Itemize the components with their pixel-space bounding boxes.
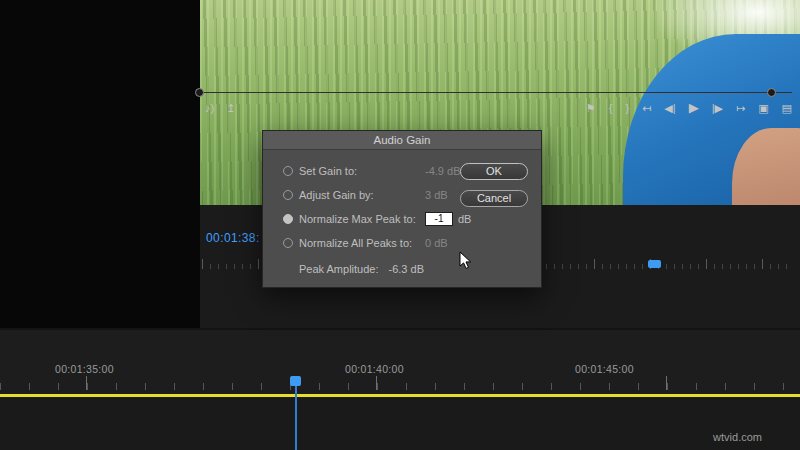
unit-label: dB: [458, 213, 471, 225]
step-forward-icon[interactable]: |▶: [712, 98, 723, 118]
option-normalize-max-peak: Normalize Max Peak to: dB: [283, 211, 471, 226]
option-label: Adjust Gain by:: [299, 189, 425, 201]
option-label: Normalize All Peaks to:: [299, 237, 425, 249]
peak-amplitude-row: Peak Amplitude: -6.3 dB: [299, 261, 424, 276]
mouse-cursor: [459, 251, 474, 270]
premiere-app: 00:01:38: ♪) ↥ ⚑ { } ↤ ◀| ▶ |▶ ↦ ▣ ▤: [0, 0, 800, 450]
option-set-gain-to: Set Gain to: -4.9 dB: [283, 163, 460, 178]
option-value: 3 dB: [425, 189, 448, 201]
option-adjust-gain-by: Adjust Gain by: 3 dB: [283, 187, 448, 202]
extract-icon[interactable]: ▤: [782, 98, 792, 118]
timeline-timecode-label: 00:01:35:00: [55, 363, 114, 375]
transport-controls: ♪) ↥ ⚑ { } ↤ ◀| ▶ |▶ ↦ ▣ ▤: [200, 98, 800, 120]
monitor-playhead[interactable]: [648, 260, 661, 268]
option-normalize-all-peaks: Normalize All Peaks to: 0 dB: [283, 235, 448, 250]
play-icon[interactable]: ▶: [689, 98, 699, 118]
zoom-handle-left[interactable]: [195, 88, 204, 97]
monitor-left-buttons: ♪) ↥: [205, 98, 235, 118]
audio-meters-icon[interactable]: ♪): [205, 98, 214, 118]
radio-adjust-gain-by[interactable]: [283, 190, 293, 200]
peak-amplitude-value: -6.3 dB: [389, 263, 424, 275]
timeline-tracks[interactable]: [0, 398, 800, 450]
export-frame-icon[interactable]: ↥: [226, 98, 235, 118]
radio-normalize-all-peaks[interactable]: [283, 238, 293, 248]
go-to-in-icon[interactable]: ↤: [642, 98, 651, 118]
timeline-panel: 00:01:35:00 00:01:40:00 00:01:45:00 wtvi…: [0, 330, 800, 450]
option-label: Normalize Max Peak to:: [299, 213, 425, 225]
mark-in-icon[interactable]: {: [609, 98, 613, 118]
step-back-icon[interactable]: ◀|: [664, 98, 675, 118]
mark-out-icon[interactable]: }: [625, 98, 629, 118]
option-label: Set Gain to:: [299, 165, 425, 177]
option-value: -4.9 dB: [425, 165, 460, 177]
radio-normalize-max-peak[interactable]: [283, 214, 293, 224]
go-to-out-icon[interactable]: ↦: [736, 98, 745, 118]
monitor-transport-buttons: ⚑ { } ↤ ◀| ▶ |▶ ↦ ▣ ▤: [586, 98, 792, 118]
timeline-playhead-line[interactable]: [295, 376, 297, 450]
audio-gain-dialog: Audio Gain Set Gain to: -4.9 dB Adjust G…: [262, 130, 542, 288]
peak-amplitude-label: Peak Amplitude:: [299, 263, 379, 275]
zoom-scrollbar[interactable]: [200, 92, 792, 93]
watermark: wtvid.com: [713, 431, 762, 443]
timeline-ruler[interactable]: [0, 376, 800, 390]
ok-button[interactable]: OK: [460, 163, 528, 180]
project-panel: [0, 0, 200, 328]
work-area-bar: [0, 394, 800, 397]
monitor-timecode: 00:01:38:: [206, 231, 260, 245]
gain-value-input[interactable]: [425, 212, 453, 226]
timeline-timecode-label: 00:01:45:00: [575, 363, 634, 375]
radio-set-gain-to[interactable]: [283, 166, 293, 176]
dialog-title[interactable]: Audio Gain: [263, 131, 541, 150]
add-marker-icon[interactable]: ⚑: [586, 98, 596, 118]
cancel-button[interactable]: Cancel: [460, 190, 528, 207]
zoom-handle-right[interactable]: [767, 88, 776, 97]
timeline-playhead[interactable]: [290, 376, 301, 386]
option-value: 0 dB: [425, 237, 448, 249]
timeline-timecode-label: 00:01:40:00: [345, 363, 404, 375]
lift-icon[interactable]: ▣: [758, 98, 768, 118]
